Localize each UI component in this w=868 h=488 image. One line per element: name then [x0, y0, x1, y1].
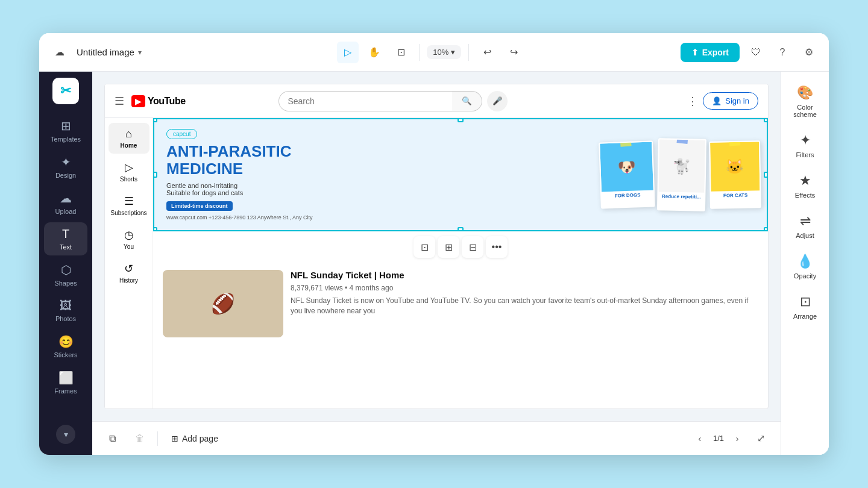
history-icon: ↺: [124, 262, 133, 275]
shapes-icon: ⬡: [61, 263, 71, 277]
youtube-search-input[interactable]: [278, 91, 452, 111]
video-info: NFL Sunday Ticket | Home 8,379,671 views…: [291, 270, 758, 337]
video-title[interactable]: NFL Sunday Ticket | Home: [291, 270, 758, 280]
frame-button[interactable]: ⊟: [462, 236, 483, 258]
adjust-label: Adjust: [796, 232, 814, 239]
zoom-value: 10%: [433, 48, 448, 57]
export-button[interactable]: ⬆ Export: [681, 43, 740, 62]
help-icon: ?: [780, 47, 785, 58]
sidebar-item-photos-label: Photos: [55, 315, 76, 322]
undo-button[interactable]: ↩: [476, 42, 498, 63]
right-tool-adjust[interactable]: ⇌ Adjust: [785, 207, 826, 245]
shorts-icon: ▷: [125, 161, 133, 174]
right-tool-effects[interactable]: ★ Effects: [785, 167, 826, 205]
sidebar-item-stickers[interactable]: 😊 Stickers: [44, 330, 87, 363]
youtube-search-bar: 🔍 🎤: [278, 91, 508, 111]
arrange-icon: ⊡: [800, 294, 811, 310]
ad-banner-wrapper[interactable]: capcut ANTI-PARASITIC MEDICINE Gentle an…: [153, 118, 768, 263]
next-icon: ›: [736, 434, 739, 443]
youtube-nav-you[interactable]: ◷ You: [108, 224, 149, 255]
ad-title-line2: MEDICINE: [166, 160, 243, 178]
dog2-image: 🐩: [658, 139, 705, 192]
color-scheme-label: Color scheme: [787, 104, 823, 118]
next-page-button[interactable]: ›: [729, 430, 746, 447]
sticky-tape-1: [620, 140, 632, 146]
sidebar-item-text[interactable]: T Text: [44, 222, 87, 255]
right-tool-filters[interactable]: ✦ Filters: [785, 127, 826, 164]
sidebar-item-frames[interactable]: ⬜ Frames: [44, 366, 87, 399]
ad-title-line1: ANTI-PARASITIC: [166, 142, 292, 160]
sticky-tape-3: [729, 140, 740, 146]
sidebar-collapse-button[interactable]: ▾: [56, 425, 75, 444]
video-thumbnail[interactable]: 🏈: [163, 270, 283, 337]
right-tool-color-scheme[interactable]: 🎨 Color scheme: [785, 79, 826, 124]
prev-page-button[interactable]: ‹: [691, 430, 708, 447]
duplicate-page-button[interactable]: ⧉: [102, 428, 122, 449]
templates-icon: ⊞: [61, 119, 71, 133]
arrange-label: Arrange: [793, 313, 817, 320]
redo-button[interactable]: ↪: [503, 42, 524, 63]
chevron-down-icon: ▾: [64, 430, 68, 439]
dog1-image: 🐶: [600, 142, 653, 192]
youtube-search-button[interactable]: 🔍: [452, 91, 482, 111]
youtube-nav-history-label: History: [119, 277, 138, 284]
sidebar-item-design[interactable]: ✦ Design: [44, 150, 87, 184]
select-tool-button[interactable]: ▷: [337, 42, 359, 63]
youtube-content: capcut ANTI-PARASITIC MEDICINE Gentle an…: [153, 118, 768, 408]
youtube-nav-history[interactable]: ↺ History: [108, 257, 149, 289]
sidebar-item-shapes[interactable]: ⬡ Shapes: [44, 258, 87, 292]
title-chevron-icon: ▾: [138, 48, 142, 57]
shield-icon: 🛡: [751, 47, 761, 58]
title-group[interactable]: Untitled image ▾: [77, 47, 142, 57]
sidebar-item-upload[interactable]: ☁ Upload: [44, 186, 87, 220]
help-button[interactable]: ?: [772, 42, 793, 63]
filters-label: Filters: [796, 151, 814, 158]
filters-icon: ✦: [800, 133, 811, 148]
right-sidebar: 🎨 Color scheme ✦ Filters ★ Effects ⇌ Adj…: [781, 72, 829, 455]
mic-icon: 🎤: [492, 96, 503, 105]
grid-button[interactable]: ⊞: [438, 236, 459, 258]
sidebar-item-photos[interactable]: 🖼 Photos: [44, 294, 87, 327]
youtube-mic-button[interactable]: 🎤: [487, 91, 508, 111]
page-navigation: ‹ 1/1 › ⤢: [691, 428, 771, 449]
settings-icon: ⚙: [805, 46, 813, 58]
fullscreen-button[interactable]: ⤢: [750, 428, 771, 449]
sidebar-item-text-label: Text: [60, 243, 72, 251]
shield-button[interactable]: 🛡: [746, 42, 766, 63]
right-tool-arrange[interactable]: ⊡ Arrange: [785, 288, 826, 326]
cursor-icon: ▷: [344, 46, 351, 58]
cloud-save-button[interactable]: ☁: [49, 42, 71, 63]
ad-content: capcut ANTI-PARASITIC MEDICINE Gentle an…: [166, 119, 312, 230]
add-page-button[interactable]: ⊞ Add page: [165, 430, 224, 447]
trash-icon: 🗑: [135, 433, 145, 444]
youtube-nav-subscriptions[interactable]: ☰ Subscriptions: [108, 190, 149, 221]
right-tool-opacity[interactable]: 💧 Opacity: [785, 248, 826, 286]
youtube-hamburger-icon[interactable]: ☰: [115, 95, 124, 108]
more-options-button[interactable]: •••: [486, 236, 508, 258]
youtube-play-icon: ▶: [135, 96, 142, 106]
undo-icon: ↩: [483, 46, 491, 58]
youtube-nav-shorts[interactable]: ▷ Shorts: [108, 156, 149, 187]
zoom-control[interactable]: 10% ▾: [427, 45, 461, 59]
youtube-signin-button[interactable]: 👤 Sign in: [703, 92, 758, 110]
youtube-logo-text: YouTube: [148, 96, 186, 107]
youtube-nav-home[interactable]: ⌂ Home: [108, 123, 149, 154]
sidebar-item-frames-label: Frames: [54, 387, 77, 395]
duplicate-icon: ⧉: [109, 433, 116, 444]
document-title: Untitled image: [77, 47, 134, 57]
sidebar-item-shapes-label: Shapes: [54, 280, 77, 287]
sidebar-item-templates[interactable]: ⊞ Templates: [44, 114, 87, 148]
ad-photo-cat-label: FOR CATS: [711, 190, 760, 201]
video-row: 🏈 NFL Sunday Ticket | Home 8,379,671 vie…: [153, 263, 768, 345]
capcut-badge: capcut: [166, 129, 197, 139]
export-label: Export: [702, 48, 729, 57]
settings-button[interactable]: ⚙: [799, 42, 819, 63]
layout-button[interactable]: ⊡: [390, 42, 412, 63]
crop-button[interactable]: ⊡: [414, 236, 435, 258]
pan-tool-button[interactable]: ✋: [363, 42, 385, 63]
delete-page-button[interactable]: 🗑: [130, 428, 150, 449]
effects-icon: ★: [799, 173, 811, 189]
prev-icon: ‹: [699, 434, 702, 443]
youtube-more-options-icon[interactable]: ⋮: [687, 95, 698, 108]
page-indicator: 1/1: [713, 434, 724, 443]
